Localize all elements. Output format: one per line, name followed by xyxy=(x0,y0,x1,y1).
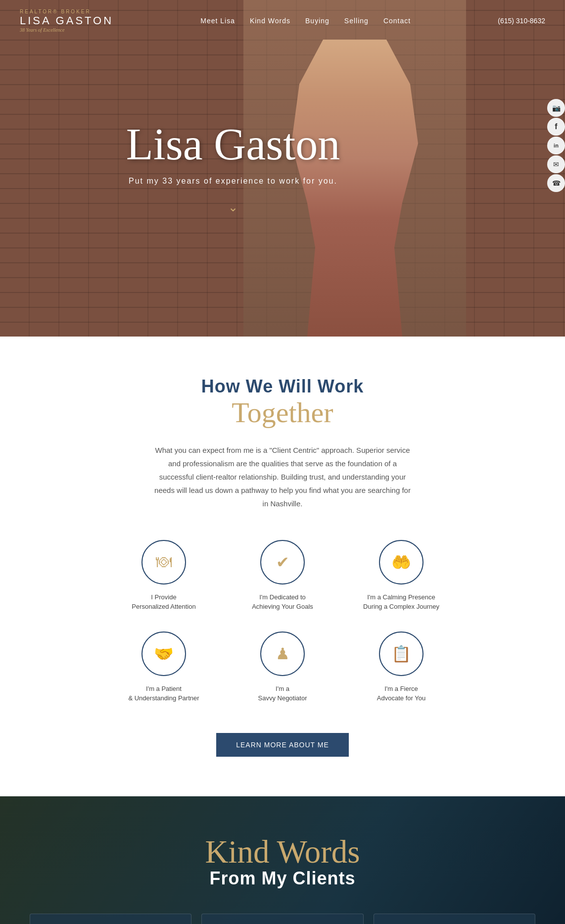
how-section: How We Will Work Together What you can e… xyxy=(0,337,565,796)
service-label-calming: I'm a Calming PresenceDuring a Complex J… xyxy=(363,592,439,612)
service-item-calming: 🤲 I'm a Calming PresenceDuring a Complex… xyxy=(347,540,456,612)
how-title-line1: How We Will Work xyxy=(59,376,506,397)
learn-more-button[interactable]: Learn More About Me xyxy=(216,733,349,757)
personalized-icon: 🍽 xyxy=(141,540,186,584)
nav-links: Meet Lisa Kind Words Buying Selling Cont… xyxy=(200,16,411,25)
kind-section-title: From My Clients xyxy=(30,868,535,889)
service-label-personalized: I ProvidePersonalized Attention xyxy=(132,592,195,612)
negotiator-icon: ♟ xyxy=(260,632,305,676)
patient-icon: 🤝 xyxy=(141,632,186,676)
service-label-negotiator: I'm aSavvy Negotiator xyxy=(258,684,307,703)
hero-name: Lisa Gaston xyxy=(126,122,340,167)
dedicated-icon: ✔ xyxy=(260,540,305,584)
email-button[interactable]: ✉ xyxy=(547,155,565,173)
nav-kind-words[interactable]: Kind Words xyxy=(250,17,290,25)
logo-name: LISA GASTON xyxy=(20,14,113,27)
logo: REALTOR® BROKER LISA GASTON 38 Years of … xyxy=(20,9,113,33)
navigation: REALTOR® BROKER LISA GASTON 38 Years of … xyxy=(0,0,565,42)
testimonials-grid: "multiple offers prior to hitting the ma… xyxy=(30,914,535,924)
hero-tagline: Put my 33 years of experience to work fo… xyxy=(126,177,340,186)
testimonial-card-3: "so supportive in guiding me through the… xyxy=(374,914,535,924)
nav-selling[interactable]: Selling xyxy=(344,17,369,25)
testimonial-card-2: "professional, responsive, resourceful" … xyxy=(201,914,363,924)
hero-content: Lisa Gaston Put my 33 years of experienc… xyxy=(126,122,340,214)
phone-button[interactable]: ☎ xyxy=(547,174,565,192)
service-item-negotiator: ♟ I'm aSavvy Negotiator xyxy=(228,632,337,703)
service-label-advocate: I'm a FierceAdvocate for You xyxy=(377,684,425,703)
kind-script-title: Kind Words xyxy=(30,836,535,868)
nav-contact[interactable]: Contact xyxy=(383,17,411,25)
testimonial-card-1: "multiple offers prior to hitting the ma… xyxy=(30,914,191,924)
nav-meet-lisa[interactable]: Meet Lisa xyxy=(200,17,235,25)
how-description: What you can expect from me is a "Client… xyxy=(154,443,411,510)
calming-icon: 🤲 xyxy=(379,540,424,584)
service-item-advocate: 📋 I'm a FierceAdvocate for You xyxy=(347,632,456,703)
hero-section: Lisa Gaston Put my 33 years of experienc… xyxy=(0,0,565,337)
service-grid: 🍽 I ProvidePersonalized Attention ✔ I'm … xyxy=(109,540,456,703)
logo-sub: 38 Years of Excellence xyxy=(20,27,64,33)
nav-phone: (615) 310-8632 xyxy=(498,17,545,25)
linkedin-button[interactable]: in xyxy=(547,137,565,154)
kind-content: Kind Words From My Clients "multiple off… xyxy=(30,836,535,924)
service-label-patient: I'm a Patient& Understanding Partner xyxy=(128,684,199,703)
instagram-button[interactable]: 📷 xyxy=(547,99,565,117)
service-item-dedicated: ✔ I'm Dedicated toAchieving Your Goals xyxy=(228,540,337,612)
how-title-line2: Together xyxy=(59,397,506,429)
social-sidebar: 📷 f in ✉ ☎ xyxy=(547,99,565,192)
service-item-personalized: 🍽 I ProvidePersonalized Attention xyxy=(109,540,218,612)
facebook-button[interactable]: f xyxy=(547,118,565,136)
nav-buying[interactable]: Buying xyxy=(305,17,330,25)
advocate-icon: 📋 xyxy=(379,632,424,676)
kind-section: Kind Words From My Clients "multiple off… xyxy=(0,796,565,924)
logo-top: REALTOR® BROKER xyxy=(20,9,91,14)
service-item-patient: 🤝 I'm a Patient& Understanding Partner xyxy=(109,632,218,703)
service-label-dedicated: I'm Dedicated toAchieving Your Goals xyxy=(252,592,313,612)
chevron-down-icon: ⌄ xyxy=(126,200,340,214)
